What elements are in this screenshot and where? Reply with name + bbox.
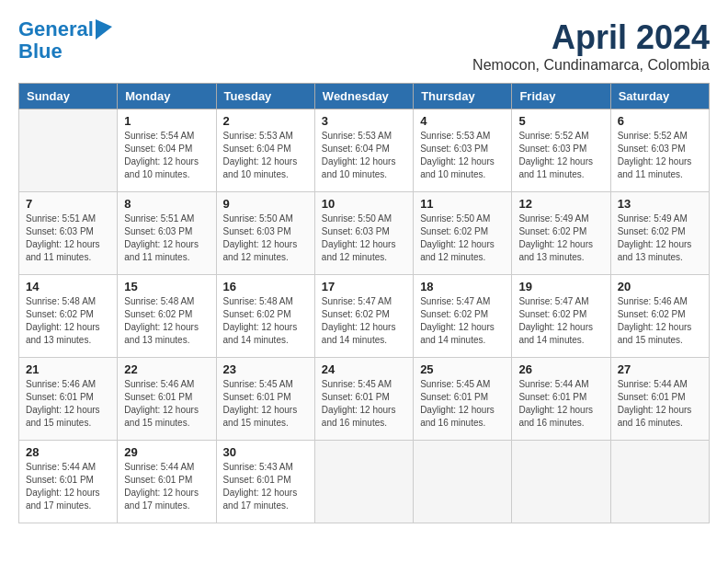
day-info: Sunrise: 5:50 AM Sunset: 6:03 PM Dayligh…	[223, 213, 308, 264]
day-info: Sunrise: 5:47 AM Sunset: 6:02 PM Dayligh…	[518, 295, 603, 347]
day-number: 18	[420, 280, 505, 293]
day-number: 25	[420, 362, 505, 376]
day-number: 19	[518, 280, 603, 293]
header: General Blue April 2024 Nemocon, Cundina…	[18, 18, 710, 74]
calendar-cell: 24Sunrise: 5:45 AM Sunset: 6:01 PM Dayli…	[314, 358, 413, 441]
day-number: 7	[26, 197, 110, 211]
day-info: Sunrise: 5:51 AM Sunset: 6:03 PM Dayligh…	[26, 213, 110, 264]
week-row-1: 1Sunrise: 5:54 AM Sunset: 6:04 PM Daylig…	[19, 109, 710, 192]
location-subtitle: Nemocon, Cundinamarca, Colombia	[472, 57, 710, 74]
day-number: 26	[518, 362, 603, 376]
day-number: 10	[322, 197, 406, 211]
day-info: Sunrise: 5:44 AM Sunset: 6:01 PM Dayligh…	[124, 461, 209, 512]
calendar-cell: 25Sunrise: 5:45 AM Sunset: 6:01 PM Dayli…	[414, 358, 512, 441]
col-header-monday: Monday	[118, 84, 216, 109]
day-info: Sunrise: 5:51 AM Sunset: 6:03 PM Dayligh…	[124, 213, 209, 264]
day-info: Sunrise: 5:46 AM Sunset: 6:01 PM Dayligh…	[124, 378, 209, 430]
day-number: 6	[618, 114, 702, 128]
day-info: Sunrise: 5:44 AM Sunset: 6:01 PM Dayligh…	[26, 461, 110, 512]
day-info: Sunrise: 5:46 AM Sunset: 6:01 PM Dayligh…	[26, 378, 110, 430]
calendar-cell: 26Sunrise: 5:44 AM Sunset: 6:01 PM Dayli…	[512, 358, 610, 441]
calendar-cell	[512, 441, 610, 523]
day-info: Sunrise: 5:53 AM Sunset: 6:04 PM Dayligh…	[223, 130, 308, 181]
calendar-cell: 17Sunrise: 5:47 AM Sunset: 6:02 PM Dayli…	[314, 275, 413, 358]
day-info: Sunrise: 5:43 AM Sunset: 6:01 PM Dayligh…	[223, 461, 308, 512]
day-info: Sunrise: 5:48 AM Sunset: 6:02 PM Dayligh…	[26, 295, 110, 347]
day-number: 3	[322, 114, 406, 128]
day-info: Sunrise: 5:44 AM Sunset: 6:01 PM Dayligh…	[518, 378, 603, 430]
svg-marker-0	[96, 19, 112, 40]
day-number: 9	[223, 197, 308, 211]
day-number: 14	[26, 280, 110, 293]
day-number: 27	[618, 362, 702, 376]
day-number: 8	[124, 197, 209, 211]
day-info: Sunrise: 5:54 AM Sunset: 6:04 PM Dayligh…	[124, 130, 209, 181]
day-number: 24	[322, 362, 406, 376]
calendar-cell: 28Sunrise: 5:44 AM Sunset: 6:01 PM Dayli…	[19, 441, 118, 523]
day-number: 16	[223, 280, 308, 293]
col-header-thursday: Thursday	[414, 84, 512, 109]
calendar-cell: 13Sunrise: 5:49 AM Sunset: 6:02 PM Dayli…	[610, 192, 709, 275]
logo-text: General	[18, 18, 94, 40]
day-info: Sunrise: 5:53 AM Sunset: 6:03 PM Dayligh…	[420, 130, 505, 181]
logo-icon	[96, 19, 112, 40]
calendar-cell: 19Sunrise: 5:47 AM Sunset: 6:02 PM Dayli…	[512, 275, 610, 358]
day-number: 13	[618, 197, 702, 211]
calendar-cell: 15Sunrise: 5:48 AM Sunset: 6:02 PM Dayli…	[118, 275, 216, 358]
day-info: Sunrise: 5:49 AM Sunset: 6:02 PM Dayligh…	[518, 213, 603, 264]
header-row: SundayMondayTuesdayWednesdayThursdayFrid…	[19, 84, 710, 109]
calendar-cell: 7Sunrise: 5:51 AM Sunset: 6:03 PM Daylig…	[19, 192, 118, 275]
day-number: 12	[518, 197, 603, 211]
day-info: Sunrise: 5:46 AM Sunset: 6:02 PM Dayligh…	[618, 295, 702, 347]
day-info: Sunrise: 5:50 AM Sunset: 6:02 PM Dayligh…	[420, 213, 505, 264]
week-row-4: 21Sunrise: 5:46 AM Sunset: 6:01 PM Dayli…	[19, 358, 710, 441]
calendar-cell: 8Sunrise: 5:51 AM Sunset: 6:03 PM Daylig…	[118, 192, 216, 275]
calendar-cell: 1Sunrise: 5:54 AM Sunset: 6:04 PM Daylig…	[118, 109, 216, 192]
calendar-cell: 5Sunrise: 5:52 AM Sunset: 6:03 PM Daylig…	[512, 109, 610, 192]
calendar-cell: 11Sunrise: 5:50 AM Sunset: 6:02 PM Dayli…	[414, 192, 512, 275]
calendar-cell: 20Sunrise: 5:46 AM Sunset: 6:02 PM Dayli…	[610, 275, 709, 358]
calendar-cell: 6Sunrise: 5:52 AM Sunset: 6:03 PM Daylig…	[610, 109, 709, 192]
day-info: Sunrise: 5:48 AM Sunset: 6:02 PM Dayligh…	[124, 295, 209, 347]
day-info: Sunrise: 5:49 AM Sunset: 6:02 PM Dayligh…	[618, 213, 702, 264]
day-number: 21	[26, 362, 110, 376]
logo: General Blue	[18, 18, 112, 63]
logo-blue-text: Blue	[18, 40, 112, 63]
col-header-sunday: Sunday	[19, 84, 118, 109]
day-number: 20	[618, 280, 702, 293]
day-info: Sunrise: 5:45 AM Sunset: 6:01 PM Dayligh…	[322, 378, 406, 430]
calendar-cell: 18Sunrise: 5:47 AM Sunset: 6:02 PM Dayli…	[414, 275, 512, 358]
calendar-cell: 29Sunrise: 5:44 AM Sunset: 6:01 PM Dayli…	[118, 441, 216, 523]
day-number: 28	[26, 445, 110, 459]
day-info: Sunrise: 5:52 AM Sunset: 6:03 PM Dayligh…	[518, 130, 603, 181]
day-number: 29	[124, 445, 209, 459]
day-number: 22	[124, 362, 209, 376]
calendar-cell: 16Sunrise: 5:48 AM Sunset: 6:02 PM Dayli…	[216, 275, 314, 358]
day-info: Sunrise: 5:47 AM Sunset: 6:02 PM Dayligh…	[322, 295, 406, 347]
month-title: April 2024	[472, 18, 710, 57]
col-header-friday: Friday	[512, 84, 610, 109]
day-number: 30	[223, 445, 308, 459]
calendar-cell: 3Sunrise: 5:53 AM Sunset: 6:04 PM Daylig…	[314, 109, 413, 192]
calendar-cell: 14Sunrise: 5:48 AM Sunset: 6:02 PM Dayli…	[19, 275, 118, 358]
day-number: 23	[223, 362, 308, 376]
day-info: Sunrise: 5:52 AM Sunset: 6:03 PM Dayligh…	[618, 130, 702, 181]
col-header-wednesday: Wednesday	[314, 84, 413, 109]
calendar-cell	[19, 109, 118, 192]
calendar-cell: 23Sunrise: 5:45 AM Sunset: 6:01 PM Dayli…	[216, 358, 314, 441]
week-row-3: 14Sunrise: 5:48 AM Sunset: 6:02 PM Dayli…	[19, 275, 710, 358]
calendar-cell: 2Sunrise: 5:53 AM Sunset: 6:04 PM Daylig…	[216, 109, 314, 192]
day-info: Sunrise: 5:48 AM Sunset: 6:02 PM Dayligh…	[223, 295, 308, 347]
calendar-table: SundayMondayTuesdayWednesdayThursdayFrid…	[18, 83, 710, 523]
day-info: Sunrise: 5:50 AM Sunset: 6:03 PM Dayligh…	[322, 213, 406, 264]
day-number: 15	[124, 280, 209, 293]
col-header-saturday: Saturday	[610, 84, 709, 109]
calendar-cell: 21Sunrise: 5:46 AM Sunset: 6:01 PM Dayli…	[19, 358, 118, 441]
calendar-cell: 12Sunrise: 5:49 AM Sunset: 6:02 PM Dayli…	[512, 192, 610, 275]
calendar-cell: 10Sunrise: 5:50 AM Sunset: 6:03 PM Dayli…	[314, 192, 413, 275]
day-number: 1	[124, 114, 209, 128]
calendar-cell	[610, 441, 709, 523]
week-row-5: 28Sunrise: 5:44 AM Sunset: 6:01 PM Dayli…	[19, 441, 710, 523]
day-number: 17	[322, 280, 406, 293]
week-row-2: 7Sunrise: 5:51 AM Sunset: 6:03 PM Daylig…	[19, 192, 710, 275]
